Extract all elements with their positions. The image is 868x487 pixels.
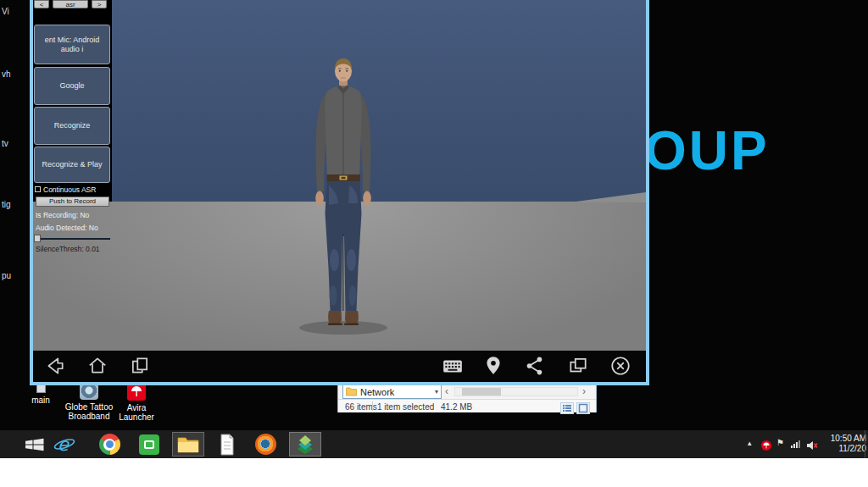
start-button[interactable] [22,433,47,456]
action-center-icon[interactable]: ⚑ [776,438,784,447]
android-navbar [33,351,646,382]
silence-threshold-label: SilenceThresh: 0.01 [36,245,100,253]
document-app-icon[interactable] [214,433,240,456]
audio-detected-status: Audio Detected: No [36,224,98,232]
divider [372,401,373,411]
selection-count: 1 item selected [377,402,434,412]
current-mic-button[interactable]: ent Mic: Android audio i [34,25,110,64]
internet-explorer-icon[interactable]: e [52,433,77,456]
file-explorer-icon[interactable] [172,432,204,457]
list-view-icon [561,403,573,413]
svg-text:e: e [58,434,70,455]
desktop-icon-label-fragment[interactable]: tv [2,139,8,148]
desktop-icon-label: Globe Tattoo Broadband [65,402,114,421]
continuous-asr-checkbox[interactable] [35,186,41,192]
share-icon[interactable] [524,355,546,377]
clock-date: 11/2/20 [822,444,866,454]
desktop-icon-globe-tattoo[interactable]: Globe Tattoo Broadband [64,383,114,421]
clock-time: 10:50 AM [822,434,866,444]
globe-tattoo-icon [80,383,98,400]
show-desktop-button[interactable] [865,430,868,458]
chrome-logo-icon [99,434,120,455]
recents-icon[interactable] [129,355,151,377]
taskbar-clock[interactable]: 10:50 AM 11/2/20 [822,434,866,454]
is-recording-status: Is Recording: No [36,211,89,219]
screen: OUP Vi vh tv tig pu main Globe Tattoo Br… [0,0,868,487]
speaker-icon [806,440,818,451]
large-icons-view-icon [577,403,589,413]
desktop-icon-label-fragment[interactable]: Vi [2,7,9,16]
scene-3d-viewport[interactable] [33,0,646,351]
explorer-window: Network ▾ ‹ › 66 items 1 item selected 4… [337,381,597,412]
silence-threshold-slider[interactable] [36,238,110,240]
hidden-icons-chevron[interactable]: ▴ [748,439,752,447]
selection-size: 41.2 MB [441,402,472,412]
home-icon[interactable] [86,355,108,377]
multi-window-icon[interactable] [567,355,589,377]
keyboard-icon[interactable] [442,355,464,377]
folder-icon [346,387,357,396]
emulator-window: < asr > ent Mic: Android audio i Google … [30,0,649,385]
folder-icon [176,435,200,454]
emulator-screen: < asr > ent Mic: Android audio i Google … [33,0,646,382]
wallpaper-text: OUP [644,124,770,178]
desktop-icon-avira[interactable]: Avira Launcher [112,382,161,422]
windows-logo-icon [25,437,45,452]
bluestacks-logo-icon [294,434,316,456]
chevron-down-icon[interactable]: ▾ [435,388,438,396]
network-icon[interactable] [791,440,800,448]
desktop-icon-main[interactable]: main [16,383,65,405]
explorer-statusbar: 66 items 1 item selected 41.2 MB [338,399,596,412]
virtual-human-avatar[interactable] [298,54,388,337]
google-button[interactable]: Google [34,67,110,105]
location-icon[interactable] [482,355,504,377]
address-combobox[interactable]: Network ▾ [342,385,442,399]
recognize-button[interactable]: Recognize [34,107,110,145]
thumbnail-view-button[interactable] [576,402,590,414]
firefox-icon[interactable] [253,433,278,456]
back-icon[interactable] [44,355,66,377]
avira-umbrella-icon [761,440,771,451]
desktop-icon-label: main [31,396,50,405]
push-to-record-button[interactable]: Push to Record [36,196,109,207]
volume-icon[interactable] [806,439,818,454]
continuous-asr-label: Continuous ASR [43,185,96,194]
scrollbar-thumb[interactable] [462,388,501,396]
taskbar: e [0,430,868,458]
desktop-icon-label-fragment[interactable]: pu [2,271,11,280]
recognize-play-button[interactable]: Recognize & Play [34,147,110,183]
address-value: Network [360,387,435,397]
slider-thumb[interactable] [34,235,41,242]
ie-logo-icon: e [53,434,76,456]
details-view-button[interactable] [560,402,574,414]
green-app-icon[interactable] [136,433,162,456]
asr-panel: ent Mic: Android audio i Google Recogniz… [33,0,114,351]
bluestacks-icon[interactable] [289,432,321,457]
document-icon [219,434,236,456]
desktop-icon-label-fragment[interactable]: tig [2,200,11,209]
firefox-logo-icon [255,434,276,455]
desktop-icon-label: Avira Launcher [119,403,154,422]
horizontal-scrollbar[interactable] [454,387,578,396]
avira-tray-icon[interactable] [761,439,771,454]
green-app-logo-icon [139,434,159,455]
scroll-left-button[interactable]: ‹ [445,385,448,397]
close-icon[interactable] [609,355,632,377]
scroll-right-button[interactable]: › [582,385,586,397]
desktop-icon-label-fragment[interactable]: vh [2,69,11,79]
chrome-icon[interactable] [97,433,122,456]
